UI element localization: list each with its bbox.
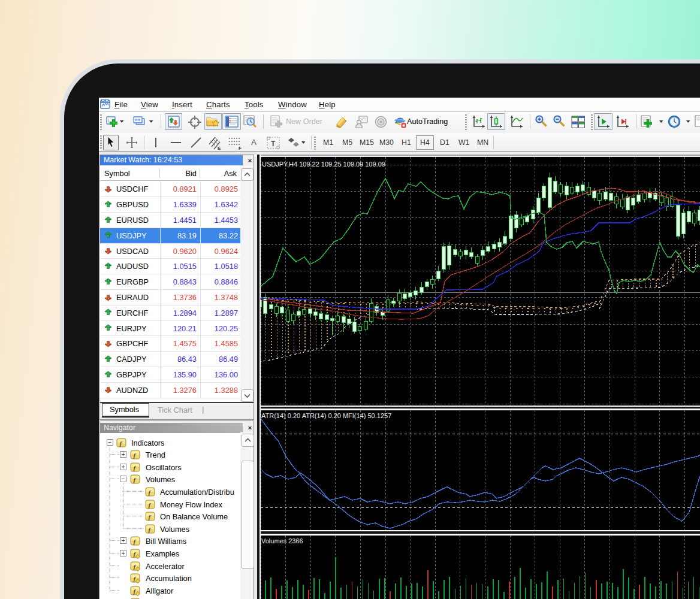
svg-text:E: E: [218, 146, 221, 150]
svg-text:F: F: [239, 146, 242, 150]
svg-text:USDJPY,H4 109.22 109.25 109.0: USDJPY,H4 109.22 109.25 109.09 109.09: [262, 161, 385, 168]
svg-text:Volumes 2366: Volumes 2366: [261, 537, 303, 544]
svg-text:T: T: [271, 140, 276, 148]
svg-text:ATR(14) 0.20 ATR(14) 0.20 MF: ATR(14) 0.20 ATR(14) 0.20 MFI(14) 50.125…: [261, 412, 391, 419]
